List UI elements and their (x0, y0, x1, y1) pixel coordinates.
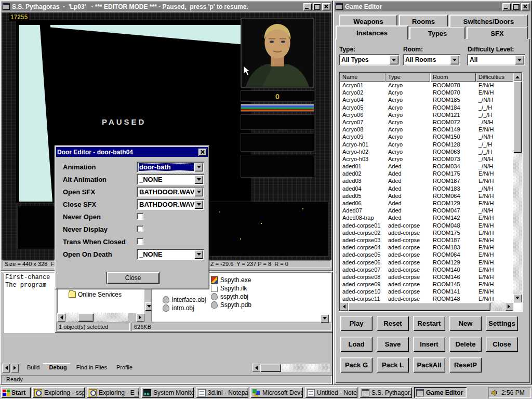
scroll-thumb[interactable] (513, 81, 522, 153)
table-row[interactable]: Aded08-trapAdedROOM142E/N/H (340, 214, 513, 221)
taskbar-item-exploring-sspy[interactable]: Exploring - sspy... (32, 387, 85, 398)
button-restart[interactable]: Restart (413, 316, 445, 331)
tab-weapons[interactable]: Weapons (339, 15, 397, 26)
button-new[interactable]: New (449, 316, 482, 331)
speaker-icon[interactable] (491, 390, 498, 396)
taskbar-item-microsoft-deve[interactable]: Microsoft Deve... (250, 387, 303, 398)
minimize-icon[interactable] (303, 3, 312, 10)
tab-instances[interactable]: Instances (336, 25, 408, 39)
never-open-checkbox[interactable] (137, 213, 143, 220)
table-row[interactable]: aded02AdedROOM175E/N/H (340, 170, 513, 177)
button-close[interactable]: Close (486, 337, 518, 352)
file-item-sspyth-ilk[interactable]: Sspyth.ilk (211, 285, 247, 292)
table-row[interactable]: Acryo06AcryoROOM121_/_/H (340, 111, 513, 118)
table-row[interactable]: aded-corpse06aded-corpseROOM129E/N/H (340, 259, 513, 266)
button-pack-l[interactable]: Pack L (377, 357, 409, 373)
table-row[interactable]: aded-corpse02aded-corpseROOM175E/N/H (340, 229, 513, 236)
close-icon[interactable] (521, 3, 529, 10)
table-row[interactable]: aded-corpse07aded-corpseROOM140E/N/H (340, 266, 513, 273)
alt-animation-combobox[interactable]: _NONE (137, 174, 204, 185)
scroll-thumb[interactable] (348, 302, 490, 311)
file-item-intro-obj[interactable]: intro.obj (163, 304, 194, 312)
table-row[interactable]: aded01AdedROOM034_/N/H (340, 163, 513, 170)
table-row[interactable]: aded-corpse05aded-corpseROOM064E/N/H (340, 251, 513, 258)
output-tab-debug[interactable]: Debug (43, 363, 73, 374)
difficulty-filter-combobox[interactable]: All (467, 54, 525, 65)
type-filter-combobox[interactable]: All Types (339, 54, 400, 65)
scroll-up-icon[interactable] (513, 73, 522, 81)
table-row[interactable]: Acryo01AcryoROOM078E/N/H (340, 82, 513, 89)
scroll-thumb[interactable] (78, 313, 94, 322)
output-hscrollbar[interactable] (252, 364, 330, 373)
table-row[interactable]: Acryo02AcryoROOM070E/N/H (340, 89, 513, 96)
chevron-down-icon[interactable] (515, 55, 524, 64)
chevron-down-icon[interactable] (194, 250, 203, 259)
chevron-down-icon[interactable] (450, 55, 459, 64)
table-row[interactable]: aded-corpse03aded-corpseROOM187E/N/H (340, 236, 513, 244)
taskbar-item-s-s-pythagor[interactable]: S.S. Pythagor... (360, 387, 412, 398)
output-tab-build[interactable]: Build (21, 363, 46, 374)
table-row[interactable]: aded-corpse01aded-corpseROOM048E/N/H (340, 222, 513, 229)
files-vscrollbar[interactable] (321, 273, 329, 323)
taskbar-item-3d-ini-notepad[interactable]: 3d.ini - Notepad (196, 387, 248, 398)
table-row[interactable]: Acryo07AcryoROOM072_/N/H (340, 118, 513, 126)
close-sfx-combobox[interactable]: BATHDOOR.WAV (137, 199, 204, 210)
table-row[interactable]: Acryo05AcryoROOM184_/_/H (340, 104, 513, 111)
scroll-down-icon[interactable] (513, 294, 522, 302)
button-load[interactable]: Load (340, 337, 373, 352)
table-vscrollbar[interactable] (513, 73, 522, 302)
table-row[interactable]: aded-corpse08aded-corpseROOM146E/N/H (340, 273, 513, 281)
close-icon[interactable] (198, 149, 207, 156)
animation-combobox[interactable]: door-bath (137, 162, 204, 172)
trans-when-closed-checkbox[interactable] (137, 238, 143, 245)
table-row[interactable]: Acryo-h01AcryoROOM128_/_/H (340, 141, 513, 148)
chevron-down-icon[interactable] (194, 163, 203, 171)
debug-output[interactable]: First-chance The program (4, 273, 55, 333)
scroll-down-icon[interactable] (321, 314, 329, 323)
table-hscrollbar[interactable] (340, 302, 513, 311)
file-item-sspyth-exe[interactable]: Sspyth.exe (211, 276, 251, 284)
button-settings[interactable]: Settings (486, 316, 518, 331)
scroll-left-icon[interactable] (340, 302, 348, 311)
scroll-right-icon[interactable] (505, 302, 513, 311)
room-filter-combobox[interactable]: All Rooms (403, 54, 460, 65)
table-row[interactable]: aded-corpse11aded-corpseROOM148E/N/H (340, 295, 513, 302)
button-packall[interactable]: PackAll (413, 357, 445, 373)
tab-switches-doors[interactable]: Switches/Doors (449, 15, 528, 26)
tab-scroll-left[interactable] (2, 364, 10, 373)
file-item-sspyth-obj[interactable]: sspyth.obj (211, 293, 248, 300)
tab-scroll-right[interactable] (11, 364, 19, 373)
tab-types[interactable]: Types (409, 26, 466, 39)
table-row[interactable]: aded03AdedROOM187E/N/H (340, 177, 513, 184)
maximize-icon[interactable] (313, 3, 321, 10)
column-header-name[interactable]: Name (340, 73, 385, 82)
never-display-checkbox[interactable] (137, 225, 143, 232)
open-sfx-combobox[interactable]: BATHDOOR.WAV (137, 187, 204, 197)
scroll-right-icon[interactable] (136, 313, 144, 322)
taskbar-item-system-monitor[interactable]: System Monitor (141, 387, 194, 398)
scroll-left-icon[interactable] (57, 313, 65, 322)
scroll-track[interactable] (65, 313, 128, 322)
taskbar-item-untitled-note[interactable]: Untitled - Note... (305, 387, 357, 398)
button-insert[interactable]: Insert (413, 337, 445, 352)
column-header-difficulties[interactable]: Difficulties (476, 73, 513, 82)
scroll-track[interactable] (490, 302, 505, 311)
table-row[interactable]: aded04AdedROOM183_/N/H (340, 185, 513, 192)
output-tab-find-in-files[interactable]: Find in Files (70, 363, 113, 374)
table-row[interactable]: Acryo09AcryoROOM150_/N/H (340, 133, 513, 140)
table-row[interactable]: Acryo-h02AcryoROOM063_/_/H (340, 148, 513, 155)
file-item-interface-obj[interactable]: interface.obj (163, 296, 206, 303)
tree-item-online-services[interactable]: Online Services (57, 290, 144, 299)
chevron-down-icon[interactable] (194, 188, 203, 196)
table-row[interactable]: aded-corpse09aded-corpseROOM145E/N/H (340, 281, 513, 288)
table-row[interactable]: aded05AdedROOM064E/N/H (340, 192, 513, 200)
table-row[interactable]: aded-corpse10aded-corpseROOM141E/N/H (340, 288, 513, 295)
chevron-down-icon[interactable] (194, 175, 203, 184)
table-row[interactable]: Acryo-h03AcryoROOM073_/N/H (340, 155, 513, 163)
scroll-left-icon[interactable] (252, 364, 260, 372)
tree-hscrollbar[interactable] (57, 313, 144, 322)
tab-rooms[interactable]: Rooms (399, 15, 448, 26)
tab-sfx[interactable]: SFX (467, 26, 528, 39)
dialog-close-button[interactable]: Close (107, 272, 159, 284)
start-button[interactable]: Start (1, 387, 31, 398)
